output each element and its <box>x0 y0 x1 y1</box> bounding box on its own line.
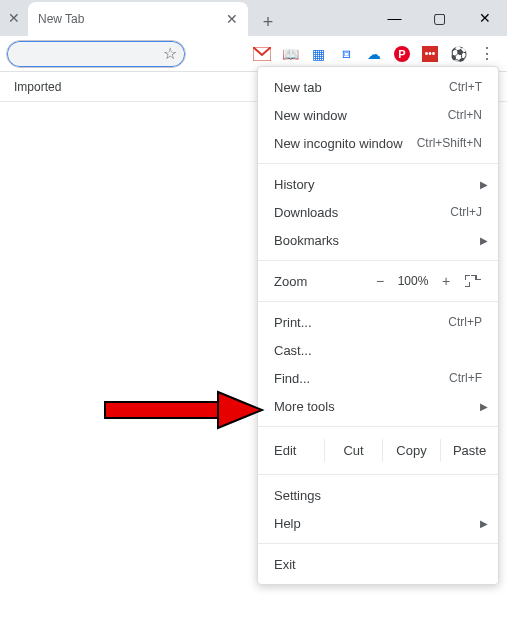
tab-strip: ✕ New Tab ✕ + — ▢ ✕ <box>0 0 507 36</box>
maximize-button[interactable]: ▢ <box>417 0 462 36</box>
window-controls: — ▢ ✕ <box>372 0 507 36</box>
doc-icon[interactable]: ▦ <box>309 45 327 63</box>
cut-button[interactable]: Cut <box>324 439 382 462</box>
zoom-value: 100% <box>392 274 434 288</box>
book-icon[interactable]: 📖 <box>281 45 299 63</box>
zoom-label: Zoom <box>274 274 368 289</box>
lastpass-icon[interactable]: ••• <box>421 45 439 63</box>
menu-zoom-row: Zoom − 100% + <box>258 267 498 295</box>
menu-new-tab[interactable]: New tab Ctrl+T <box>258 73 498 101</box>
paste-button[interactable]: Paste <box>440 439 498 462</box>
zoom-in-button[interactable]: + <box>434 273 458 289</box>
browser-tab[interactable]: New Tab ✕ <box>28 2 248 36</box>
close-window-button[interactable]: ✕ <box>462 0 507 36</box>
menu-bookmarks[interactable]: Bookmarks ▶ <box>258 226 498 254</box>
menu-separator <box>258 426 498 427</box>
menu-incognito[interactable]: New incognito window Ctrl+Shift+N <box>258 129 498 157</box>
svg-text:•••: ••• <box>425 48 436 59</box>
chrome-menu: New tab Ctrl+T New window Ctrl+N New inc… <box>257 66 499 585</box>
tab-close-icon[interactable]: ✕ <box>226 11 238 27</box>
edit-label: Edit <box>274 443 324 458</box>
annotation-arrow-icon <box>100 380 270 440</box>
menu-separator <box>258 260 498 261</box>
fullscreen-icon[interactable] <box>464 274 482 288</box>
menu-separator <box>258 163 498 164</box>
menu-separator <box>258 543 498 544</box>
menu-edit-row: Edit Cut Copy Paste <box>258 433 498 468</box>
menu-cast[interactable]: Cast... <box>258 336 498 364</box>
menu-more-tools[interactable]: More tools ▶ <box>258 392 498 420</box>
chevron-right-icon: ▶ <box>480 401 488 412</box>
address-bar[interactable]: ☆ <box>6 40 186 68</box>
menu-new-window[interactable]: New window Ctrl+N <box>258 101 498 129</box>
bookmark-star-icon[interactable]: ☆ <box>163 44 177 63</box>
dropbox-icon[interactable]: ⧈ <box>337 45 355 63</box>
menu-print[interactable]: Print... Ctrl+P <box>258 308 498 336</box>
minimize-button[interactable]: — <box>372 0 417 36</box>
menu-help[interactable]: Help ▶ <box>258 509 498 537</box>
menu-history[interactable]: History ▶ <box>258 170 498 198</box>
menu-downloads[interactable]: Downloads Ctrl+J <box>258 198 498 226</box>
chevron-right-icon: ▶ <box>480 179 488 190</box>
svg-rect-5 <box>105 402 220 418</box>
extension-icons: 📖 ▦ ⧈ ☁ P ••• ⚽ ⋮ <box>253 44 501 64</box>
svg-text:P: P <box>398 48 405 60</box>
gmail-icon[interactable] <box>253 45 271 63</box>
copy-button[interactable]: Copy <box>382 439 440 462</box>
menu-separator <box>258 301 498 302</box>
chevron-right-icon: ▶ <box>480 518 488 529</box>
tab-title: New Tab <box>38 12 226 26</box>
new-tab-button[interactable]: + <box>254 8 282 36</box>
pinterest-icon[interactable]: P <box>393 45 411 63</box>
chevron-right-icon: ▶ <box>480 235 488 246</box>
close-icon[interactable]: ✕ <box>8 10 20 26</box>
more-menu-button[interactable]: ⋮ <box>477 44 497 64</box>
menu-exit[interactable]: Exit <box>258 550 498 578</box>
onedrive-icon[interactable]: ☁ <box>365 45 383 63</box>
menu-separator <box>258 474 498 475</box>
soccer-icon[interactable]: ⚽ <box>449 45 467 63</box>
zoom-out-button[interactable]: − <box>368 273 392 289</box>
menu-settings[interactable]: Settings <box>258 481 498 509</box>
bookmark-folder-imported[interactable]: Imported <box>14 80 61 94</box>
menu-find[interactable]: Find... Ctrl+F <box>258 364 498 392</box>
